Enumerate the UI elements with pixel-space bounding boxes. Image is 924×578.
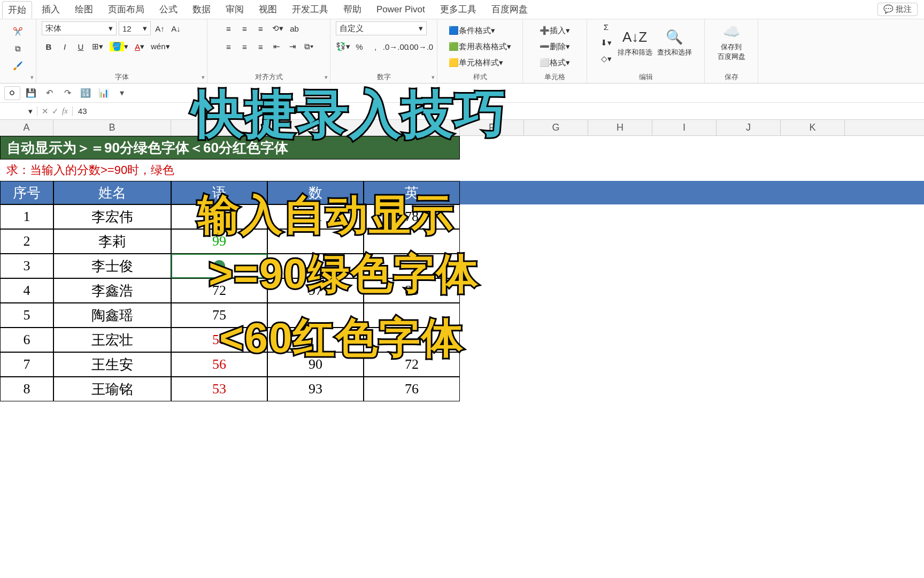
autosave-toggle[interactable]: ⭘ <box>4 86 20 100</box>
comments-button[interactable]: 💬 批注 <box>877 3 918 16</box>
enter-icon[interactable]: ✓ <box>52 107 59 116</box>
tab-developer[interactable]: 开发工具 <box>284 1 336 18</box>
cell[interactable]: 李鑫浩 <box>53 278 171 303</box>
accounting-format-icon[interactable]: 💱▾ <box>336 40 350 54</box>
tab-home[interactable]: 开始 <box>2 1 32 18</box>
tab-formulas[interactable]: 公式 <box>152 1 185 18</box>
cell[interactable]: 93 <box>267 377 364 401</box>
name-box[interactable]: ▾ <box>0 107 37 116</box>
cell[interactable]: 2 <box>0 229 53 254</box>
decrease-font-icon[interactable]: A↓ <box>169 21 183 35</box>
find-select-button[interactable]: 🔍查找和选择 <box>656 27 693 59</box>
orientation-icon[interactable]: ⟲▾ <box>270 21 286 35</box>
delete-cells-button[interactable]: ➖ 删除 ▾ <box>537 40 572 54</box>
qat-icon[interactable]: 🔢 <box>78 86 93 101</box>
col-header[interactable]: K <box>781 120 845 135</box>
fx-button[interactable]: fx <box>62 107 68 116</box>
conditional-format-button[interactable]: 🟦 条件格式 ▾ <box>446 24 497 37</box>
border-button[interactable]: ⊞▾ <box>90 40 105 54</box>
cell-styles-button[interactable]: 🟨 单元格样式 ▾ <box>446 56 505 70</box>
qat-icon[interactable]: 📊 <box>96 86 111 101</box>
save-icon[interactable]: 💾 <box>24 86 38 101</box>
format-cells-button[interactable]: ⬜ 格式 ▾ <box>537 56 572 70</box>
overlay-line3: <60红色字体 <box>219 310 464 367</box>
increase-indent-icon[interactable]: ⇥ <box>286 40 300 54</box>
col-header[interactable]: B <box>53 120 171 135</box>
cell[interactable]: 5 <box>0 303 53 328</box>
cell[interactable]: 6 <box>0 328 53 352</box>
font-name-select[interactable]: 宋体▾ <box>42 21 117 35</box>
tab-draw[interactable]: 绘图 <box>67 1 101 18</box>
cell[interactable]: 陶鑫瑶 <box>53 303 171 328</box>
cell[interactable]: 53 <box>171 377 267 401</box>
font-color-button[interactable]: A▾ <box>133 40 147 54</box>
insert-cells-button[interactable]: ➕ 插入 ▾ <box>537 24 572 37</box>
cell[interactable]: 1 <box>0 204 53 229</box>
tab-page-layout[interactable]: 页面布局 <box>101 1 152 18</box>
cell[interactable]: 3 <box>0 254 53 278</box>
fill-button[interactable]: ⬇▾ <box>598 36 614 50</box>
comma-button[interactable]: , <box>368 40 382 54</box>
tab-insert[interactable]: 插入 <box>34 1 67 18</box>
increase-font-icon[interactable]: A↑ <box>153 21 167 35</box>
cell[interactable]: 王宏壮 <box>53 328 171 352</box>
tab-view[interactable]: 视图 <box>251 1 284 18</box>
cell[interactable]: 王瑜铭 <box>53 377 171 401</box>
group-clipboard: ✂️ ⧉ 🖌️ ▾ <box>0 19 36 83</box>
undo-icon[interactable]: ↶ <box>42 86 57 101</box>
copy-icon[interactable]: ⧉ <box>11 42 25 56</box>
requirement-cell[interactable]: 求：当输入的分数>=90时，绿色 <box>0 159 460 181</box>
col-header[interactable]: A <box>0 120 53 135</box>
save-to-netdisk-button[interactable]: ☁️保存到 百度网盘 <box>713 21 750 64</box>
cell[interactable]: 李莉 <box>53 229 171 254</box>
font-size-select[interactable]: 12▾ <box>119 21 151 35</box>
tab-review[interactable]: 审阅 <box>218 1 251 18</box>
autosum-button[interactable]: Σ <box>598 20 614 34</box>
col-header[interactable]: I <box>652 120 717 135</box>
sort-filter-button[interactable]: A↓Z排序和筛选 <box>616 27 653 59</box>
col-header[interactable]: H <box>588 120 652 135</box>
align-bottom-icon[interactable]: ≡ <box>254 21 268 35</box>
redo-icon[interactable]: ↷ <box>60 86 75 101</box>
cancel-icon[interactable]: ✕ <box>42 107 49 116</box>
italic-button[interactable]: I <box>58 40 72 54</box>
cell[interactable]: 4 <box>0 278 53 303</box>
cell[interactable]: 王生安 <box>53 352 171 377</box>
dialog-launcher-icon[interactable]: ▾ <box>30 74 34 81</box>
col-header[interactable]: J <box>717 120 781 135</box>
tab-data[interactable]: 数据 <box>185 1 218 18</box>
bold-button[interactable]: B <box>42 40 56 54</box>
cell[interactable]: 李宏伟 <box>53 204 171 229</box>
align-right-icon[interactable]: ≡ <box>254 40 268 54</box>
cell[interactable]: 8 <box>0 377 53 401</box>
cell[interactable]: 李士俊 <box>53 254 171 278</box>
align-left-icon[interactable]: ≡ <box>222 40 236 54</box>
decrease-indent-icon[interactable]: ⇤ <box>270 40 284 54</box>
number-format-select[interactable]: 自定义▾ <box>336 21 427 35</box>
underline-button[interactable]: U <box>74 40 88 54</box>
tab-help[interactable]: 帮助 <box>336 1 369 18</box>
align-center-icon[interactable]: ≡ <box>238 40 252 54</box>
tab-more-tools[interactable]: 更多工具 <box>433 1 484 18</box>
decrease-decimal-icon[interactable]: .00→.0 <box>409 40 432 54</box>
col-header[interactable]: G <box>524 120 588 135</box>
cut-icon[interactable]: ✂️ <box>11 25 25 39</box>
increase-decimal-icon[interactable]: .0→.00 <box>384 40 407 54</box>
percent-button[interactable]: % <box>352 40 366 54</box>
tab-baidu-netdisk[interactable]: 百度网盘 <box>484 1 535 18</box>
table-format-button[interactable]: 🟩 套用表格格式 ▾ <box>446 40 513 54</box>
tab-power-pivot[interactable]: Power Pivot <box>369 2 433 17</box>
cell[interactable]: 7 <box>0 352 53 377</box>
wrap-text-button[interactable]: ab <box>288 21 302 35</box>
clear-button[interactable]: ◇▾ <box>598 52 614 66</box>
header-name[interactable]: 姓名 <box>53 181 171 204</box>
header-seq[interactable]: 序号 <box>0 181 53 204</box>
format-painter-icon[interactable]: 🖌️ <box>11 59 25 73</box>
cell[interactable]: 76 <box>364 377 460 401</box>
align-top-icon[interactable]: ≡ <box>222 21 236 35</box>
fill-color-button[interactable]: 🪣▾ <box>107 40 130 54</box>
phonetic-button[interactable]: wén▾ <box>149 40 172 54</box>
merge-button[interactable]: ⧉▾ <box>302 40 316 54</box>
align-middle-icon[interactable]: ≡ <box>238 21 252 35</box>
qat-dropdown-icon[interactable]: ▾ <box>114 86 129 101</box>
